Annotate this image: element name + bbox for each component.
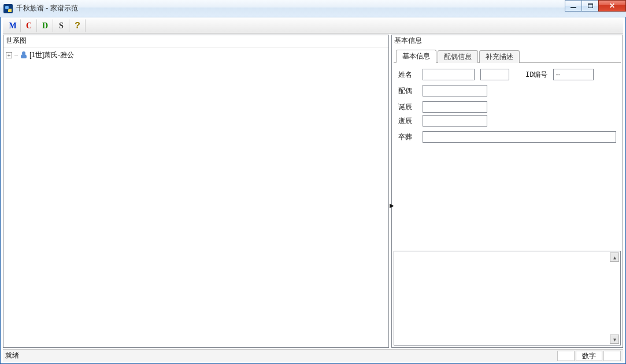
window-root: 千秋族谱 - 家谱示范 ✕ M C D S ? 世系图 ┄ [1世]萧氏-雅公 bbox=[0, 0, 626, 364]
close-button[interactable]: ✕ bbox=[598, 0, 626, 12]
toolbar-s-button[interactable]: S bbox=[53, 19, 69, 32]
close-icon: ✕ bbox=[609, 2, 615, 10]
tree-expand-icon[interactable] bbox=[6, 52, 12, 58]
birth-input[interactable] bbox=[423, 101, 487, 113]
scroll-down-button[interactable]: ▾ bbox=[610, 335, 619, 344]
tab-basic[interactable]: 基本信息 bbox=[396, 50, 436, 63]
toolbar-c-button[interactable]: C bbox=[21, 19, 37, 32]
app-icon bbox=[3, 4, 13, 13]
maximize-icon bbox=[588, 3, 593, 8]
surname-input[interactable] bbox=[423, 69, 475, 80]
row-spouse: 配偶 bbox=[398, 85, 616, 96]
detail-body: 姓名 ID编号 配偶 诞辰 bbox=[392, 63, 623, 347]
person-icon bbox=[20, 51, 27, 58]
death-input[interactable] bbox=[423, 115, 487, 127]
status-ready: 就绪 bbox=[5, 351, 19, 361]
status-right-group: 数字 bbox=[557, 351, 621, 361]
spouse-label: 配偶 bbox=[398, 86, 417, 96]
notes-area[interactable]: ▴ ▾ bbox=[394, 251, 621, 346]
id-label: ID编号 bbox=[525, 70, 547, 80]
content-area: 世系图 ┄ [1世]萧氏-雅公 ▶ 基本信息 基本信息 配偶信息 补充描述 bbox=[0, 35, 626, 348]
burial-label: 卒葬 bbox=[398, 132, 417, 142]
row-birth: 诞辰 bbox=[398, 101, 616, 113]
basic-form: 姓名 ID编号 配偶 诞辰 bbox=[394, 63, 621, 153]
maximize-button[interactable] bbox=[581, 0, 599, 12]
birth-label: 诞辰 bbox=[398, 102, 417, 112]
tree-connector-icon: ┄ bbox=[14, 52, 18, 58]
tab-spouse[interactable]: 配偶信息 bbox=[438, 50, 478, 63]
tree-panel-title: 世系图 bbox=[3, 35, 388, 47]
givenname-input[interactable] bbox=[480, 69, 509, 80]
toolbar: M C D S ? bbox=[3, 18, 623, 34]
row-burial: 卒葬 bbox=[398, 131, 616, 143]
form-wrap: 姓名 ID编号 配偶 诞辰 bbox=[394, 63, 621, 248]
row-death: 逝辰 bbox=[398, 115, 616, 127]
tree-panel: 世系图 ┄ [1世]萧氏-雅公 bbox=[3, 35, 389, 348]
burial-input[interactable] bbox=[423, 131, 616, 143]
scroll-up-button[interactable]: ▴ bbox=[610, 252, 619, 262]
tree-root-label: [1世]萧氏-雅公 bbox=[29, 50, 74, 60]
name-label: 姓名 bbox=[398, 70, 417, 80]
toolbar-help-button[interactable]: ? bbox=[69, 19, 86, 32]
death-label: 逝辰 bbox=[398, 116, 417, 126]
tab-extra[interactable]: 补充描述 bbox=[479, 50, 520, 63]
tree-view[interactable]: ┄ [1世]萧氏-雅公 bbox=[3, 47, 388, 347]
minimize-button[interactable] bbox=[565, 0, 582, 12]
row-name: 姓名 ID编号 bbox=[398, 69, 616, 80]
spouse-input[interactable] bbox=[423, 85, 487, 96]
minimize-icon bbox=[571, 7, 576, 8]
window-title: 千秋族谱 - 家谱示范 bbox=[16, 3, 78, 13]
statusbar: 就绪 数字 bbox=[3, 349, 623, 362]
status-numlock: 数字 bbox=[576, 351, 602, 361]
window-controls: ✕ bbox=[565, 0, 626, 12]
toolbar-d-button[interactable]: D bbox=[37, 19, 53, 32]
status-cell-1 bbox=[557, 351, 575, 361]
status-cell-3 bbox=[603, 351, 621, 361]
detail-panel-title: 基本信息 bbox=[392, 35, 623, 47]
detail-tabs: 基本信息 配偶信息 补充描述 bbox=[394, 48, 621, 63]
tree-root-row[interactable]: ┄ [1世]萧氏-雅公 bbox=[6, 50, 386, 60]
detail-panel: 基本信息 基本信息 配偶信息 补充描述 姓名 ID编号 bbox=[391, 35, 623, 348]
toolbar-m-button[interactable]: M bbox=[5, 19, 21, 32]
id-output bbox=[553, 69, 594, 80]
titlebar[interactable]: 千秋族谱 - 家谱示范 ✕ bbox=[0, 0, 626, 17]
